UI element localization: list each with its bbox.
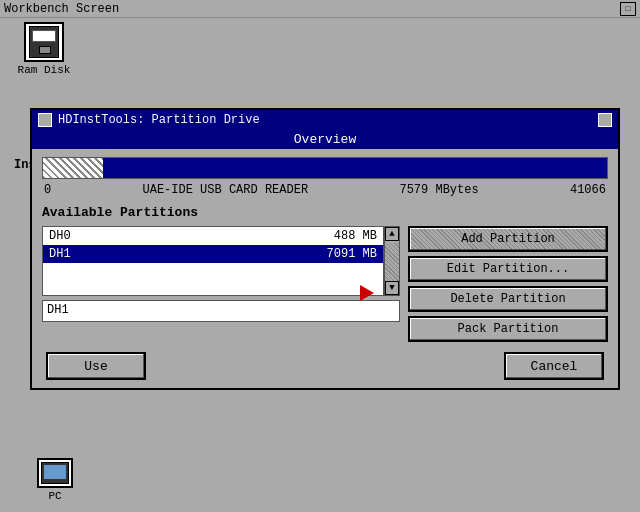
overview-bar-used: [43, 158, 103, 178]
cancel-button[interactable]: Cancel: [504, 352, 604, 380]
delete-partition-button[interactable]: Delete Partition: [408, 286, 608, 312]
scroll-down-button[interactable]: ▼: [385, 281, 399, 295]
pc-monitor: [41, 462, 69, 484]
pack-partition-button[interactable]: Pack Partition: [408, 316, 608, 342]
drive-info: 0 UAE-IDE USB CARD READER 7579 MBytes 41…: [42, 183, 608, 197]
arrow-indicator: [360, 285, 374, 301]
scroll-up-button[interactable]: ▲: [385, 227, 399, 241]
drive-name: UAE-IDE USB CARD READER: [143, 183, 309, 197]
hd-window-title: HDInstTools: Partition Drive: [58, 113, 260, 127]
screen-title: Workbench Screen: [4, 2, 119, 16]
hd-close-button[interactable]: [38, 113, 52, 127]
hd-maximize-button[interactable]: [598, 113, 612, 127]
pc-label: PC: [48, 490, 61, 502]
drive-id: 0: [44, 183, 51, 197]
partition-listbox: DH0 488 MB DH1 7091 MB: [42, 226, 384, 296]
scroll-track: [385, 243, 399, 281]
hd-window: HDInstTools: Partition Drive Overview 0 …: [30, 108, 620, 390]
use-button[interactable]: Use: [46, 352, 146, 380]
screen-restore-button[interactable]: □: [620, 2, 636, 16]
ram-disk-image: [24, 22, 64, 62]
pc-icon[interactable]: PC: [30, 458, 80, 502]
overview-bar-free: [103, 158, 607, 178]
pc-screen: [44, 465, 66, 479]
hd-content: 0 UAE-IDE USB CARD READER 7579 MBytes 41…: [32, 149, 618, 388]
partitions-area: DH0 488 MB DH1 7091 MB ▲ ▼ DH1: [42, 226, 608, 342]
hd-subtitle: Overview: [32, 130, 618, 149]
partition-name-dh1: DH1: [49, 247, 71, 261]
partition-list-container: DH0 488 MB DH1 7091 MB ▲ ▼ DH1: [42, 226, 400, 342]
pc-icon-image: [37, 458, 73, 488]
edit-partition-button[interactable]: Edit Partition...: [408, 256, 608, 282]
hd-titlebar-left: HDInstTools: Partition Drive: [38, 113, 260, 127]
partition-size-dh1: 7091 MB: [327, 247, 377, 261]
partition-listbox-row: DH0 488 MB DH1 7091 MB ▲ ▼: [42, 226, 400, 296]
overview-bar: [42, 157, 608, 179]
partition-buttons: Add Partition Edit Partition... Delete P…: [408, 226, 608, 342]
ram-disk-icon[interactable]: Ram Disk: [14, 22, 74, 76]
add-partition-button[interactable]: Add Partition: [408, 226, 608, 252]
available-partitions-label: Available Partitions: [42, 205, 608, 220]
ram-disk-label: Ram Disk: [18, 64, 71, 76]
partition-name-field[interactable]: DH1: [42, 300, 400, 322]
screen-titlebar: Workbench Screen □: [0, 0, 640, 18]
drive-cylinders: 41066: [570, 183, 606, 197]
hd-titlebar: HDInstTools: Partition Drive: [32, 110, 618, 130]
partition-scrollbar: ▲ ▼: [384, 226, 400, 296]
partition-size-dh0: 488 MB: [334, 229, 377, 243]
partition-item-dh0[interactable]: DH0 488 MB: [43, 227, 383, 245]
partition-item-dh1[interactable]: DH1 7091 MB: [43, 245, 383, 263]
partition-name-dh0: DH0: [49, 229, 71, 243]
bottom-buttons: Use Cancel: [42, 352, 608, 380]
drive-size: 7579 MBytes: [399, 183, 478, 197]
